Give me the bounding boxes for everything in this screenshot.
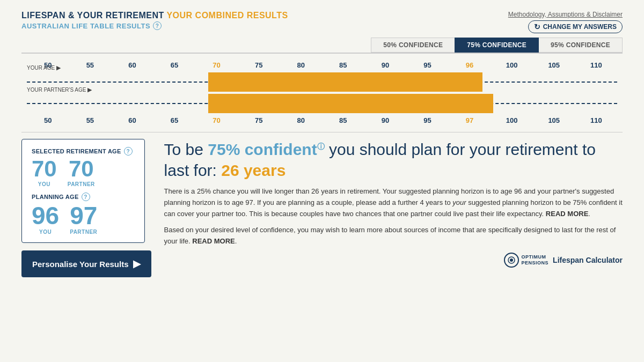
age-label-65-top: 65 — [153, 61, 196, 69]
read-more-1[interactable]: READ MORE — [546, 210, 588, 218]
age-label-90-bot: 90 — [364, 116, 407, 124]
age-label-105-bot: 105 — [533, 116, 575, 124]
retirement-partner-value: 70 — [69, 158, 94, 180]
age-label-60-top: 60 — [111, 61, 153, 69]
read-more-2[interactable]: READ MORE — [192, 237, 235, 245]
methodology-link[interactable]: Methodology, Assumptions & Disclaimer — [508, 11, 623, 18]
planning-age-values: 96 YOU 97 PARTNER — [32, 203, 135, 235]
age-label-110-bot: 110 — [575, 116, 618, 124]
retirement-you: 70 YOU — [32, 158, 57, 187]
logo-pensions: PENSIONS — [522, 260, 549, 266]
confidence-text: 75% confident — [208, 141, 317, 158]
section-divider — [21, 132, 623, 132]
age-label-100-bot: 100 — [491, 116, 533, 124]
chart-area: 50 55 60 65 70 75 80 85 90 95 96 100 105… — [21, 61, 623, 124]
age-label-110-top: 110 — [575, 61, 618, 69]
partner-age-bar-track — [27, 94, 617, 113]
age-label-95-bot: 95 — [406, 116, 449, 124]
tab-95-confidence[interactable]: 95% CONFIDENCE — [539, 38, 623, 53]
planning-you-label: YOU — [39, 229, 52, 235]
lifespan-calculator-text: Lifespan Calculator — [553, 256, 623, 264]
change-answers-button[interactable]: ↻ CHANGE MY ANSWERS — [528, 20, 623, 33]
paragraph-1: There is a 25% chance you will live long… — [164, 186, 623, 219]
retirement-you-label: YOU — [38, 181, 50, 187]
retirement-box: SELECTED RETIREMENT AGE ? 70 YOU 70 PART… — [21, 139, 145, 243]
tab-50-confidence[interactable]: 50% CONFIDENCE — [371, 38, 455, 53]
personalise-btn-label: Personalise Your Results — [32, 260, 129, 269]
planning-section: PLANNING AGE ? 96 YOU 97 PARTNER — [32, 193, 135, 235]
paragraph-2: Based on your desired level of confidenc… — [164, 225, 623, 247]
logo-text-block: OPTIMUM PENSIONS — [522, 254, 549, 266]
bottom-section: SELECTED RETIREMENT AGE ? 70 YOU 70 PART… — [21, 139, 623, 277]
partner-age-arrow: ▶ — [87, 86, 92, 93]
age-label-70-top: 70 — [195, 61, 238, 69]
tab-75-confidence[interactable]: 75% CONFIDENCE — [455, 38, 539, 53]
footer: OPTIMUM PENSIONS Lifespan Calculator — [164, 253, 623, 268]
personalise-button[interactable]: Personalise Your Results ▶ — [21, 250, 151, 277]
partner-age-bar — [208, 94, 493, 113]
partner-age-label: YOUR PARTNER'S AGE ▶ — [27, 86, 92, 93]
age-label-55-top: 55 — [69, 61, 112, 69]
your-age-bar-track — [27, 72, 617, 92]
selected-retirement-title: SELECTED RETIREMENT AGE ? — [32, 147, 135, 156]
page-title: LIFESPAN & YOUR RETIREMENT YOUR COMBINED… — [21, 11, 288, 20]
age-label-75-top: 75 — [238, 61, 280, 69]
optimum-logo: OPTIMUM PENSIONS — [504, 253, 549, 268]
retirement-partner-label: PARTNER — [68, 181, 95, 187]
planning-partner-label: PARTNER — [70, 229, 97, 235]
age-label-80-top: 80 — [280, 61, 322, 69]
right-content: To be 75% confidentⓘ you should plan for… — [164, 139, 623, 268]
years-value: 26 years — [221, 161, 286, 179]
title-part2: YOUR COMBINED RESULTS — [166, 11, 288, 20]
confidence-tabs: 50% CONFIDENCE 75% CONFIDENCE 95% CONFID… — [21, 38, 623, 54]
age-label-100-top: 100 — [491, 61, 533, 69]
age-label-96-top: 96 — [449, 61, 491, 69]
logo-circle — [504, 253, 519, 268]
logo-optimum: OPTIMUM — [522, 254, 549, 260]
age-label-85-bot: 85 — [322, 116, 364, 124]
svg-point-1 — [510, 258, 513, 262]
optimum-icon — [507, 256, 516, 264]
main-heading: To be 75% confidentⓘ you should plan for… — [164, 139, 623, 181]
planning-you: 96 YOU — [32, 203, 59, 235]
selected-retirement-info-icon[interactable]: ? — [124, 147, 133, 156]
subtitle: AUSTRALIAN LIFE TABLE RESULTS ? — [21, 21, 288, 30]
bottom-age-labels: 50 55 60 65 70 75 80 85 90 95 97 100 105… — [27, 116, 617, 124]
planning-partner: 97 PARTNER — [70, 203, 97, 235]
age-label-105-top: 105 — [533, 61, 575, 69]
your-age-bar — [208, 72, 483, 92]
retirement-you-value: 70 — [32, 158, 57, 180]
age-label-80-bot: 80 — [280, 116, 322, 124]
planning-you-value: 96 — [32, 203, 59, 228]
refresh-icon: ↻ — [534, 23, 540, 31]
age-label-50-bot: 50 — [27, 116, 69, 124]
personalise-arrow-icon: ▶ — [133, 258, 141, 270]
retirement-partner: 70 PARTNER — [68, 158, 95, 187]
age-label-85-top: 85 — [322, 61, 364, 69]
planning-age-title: PLANNING AGE ? — [32, 193, 135, 201]
age-label-55-bot: 55 — [69, 116, 112, 124]
top-age-labels: 50 55 60 65 70 75 80 85 90 95 96 100 105… — [27, 61, 617, 69]
heading-info-icon: ⓘ — [317, 142, 325, 151]
age-label-97-bot: 97 — [449, 116, 491, 124]
age-label-90-top: 90 — [364, 61, 407, 69]
age-label-60-bot: 60 — [111, 116, 153, 124]
your-age-arrow: ▶ — [56, 64, 61, 71]
selected-retirement-values: 70 YOU 70 PARTNER — [32, 158, 135, 187]
age-label-75-bot: 75 — [238, 116, 280, 124]
your-age-label: YOUR AGE ▶ — [27, 64, 61, 71]
age-label-95-top: 95 — [406, 61, 449, 69]
subtitle-info-icon[interactable]: ? — [153, 21, 162, 30]
planning-partner-value: 97 — [70, 203, 97, 228]
age-label-65-bot: 65 — [153, 116, 196, 124]
age-label-70-bot: 70 — [195, 116, 238, 124]
title-part1: LIFESPAN & YOUR RETIREMENT — [21, 11, 164, 20]
planning-age-info-icon[interactable]: ? — [82, 193, 90, 201]
